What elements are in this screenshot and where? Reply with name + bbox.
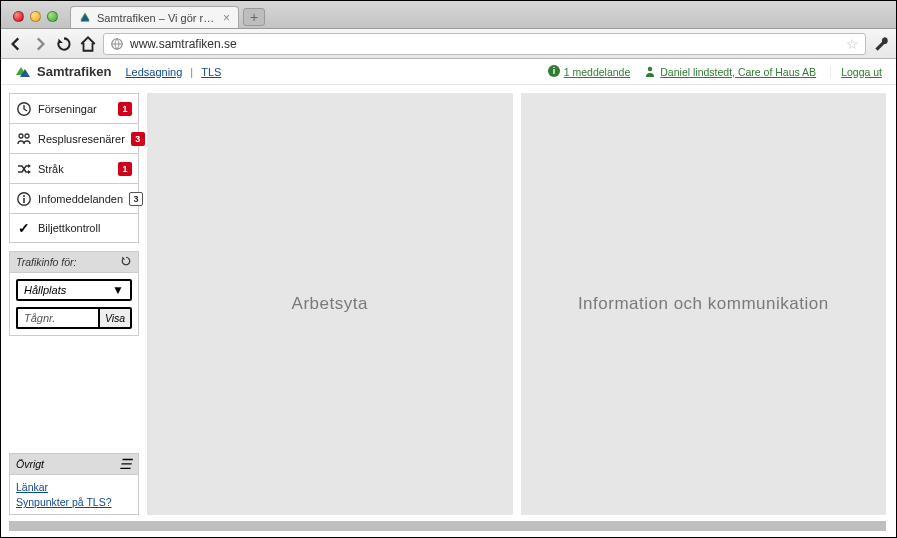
stop-select-placeholder: Hållplats [24, 284, 66, 296]
shuffle-icon [16, 161, 32, 177]
check-icon: ✓ [16, 220, 32, 236]
nav-link-ledsagning[interactable]: Ledsagning [125, 66, 182, 78]
brand-text: Samtrafiken [37, 64, 111, 79]
browser-toolbar: ☆ [1, 29, 896, 59]
svg-point-5 [19, 134, 23, 138]
settings-wrench-icon[interactable] [872, 35, 890, 53]
info-panel: Information och kommunikation [521, 93, 887, 515]
url-input[interactable] [130, 37, 840, 51]
window-controls [9, 11, 66, 28]
sidebar-item-label: Stråk [38, 163, 112, 175]
sidebar-item-label: Biljettkontroll [38, 222, 132, 234]
filter-heading: Trafikinfo för: [9, 251, 139, 273]
other-heading-label: Övrigt [16, 458, 44, 470]
globe-icon [110, 37, 124, 51]
browser-tab[interactable]: Samtrafiken – Vi gör resand × [70, 6, 239, 28]
svg-text:i: i [552, 66, 555, 76]
footer-bar [9, 521, 886, 531]
badge-count: 3 [131, 132, 145, 146]
user-icon [644, 65, 656, 79]
nav-link-tls[interactable]: TLS [201, 66, 221, 78]
workspace-panel: Arbetsyta [147, 93, 513, 515]
window-zoom-icon[interactable] [47, 11, 58, 22]
menu-icon[interactable]: ☰ [119, 457, 132, 471]
info-circle-icon [16, 191, 32, 207]
browser-tabstrip: Samtrafiken – Vi gör resand × + [1, 1, 896, 29]
user-indicator[interactable]: Daniel lindstedt, Care of Haus AB [644, 65, 816, 79]
info-panel-label: Information och kommunikation [578, 294, 829, 314]
badge-count: 1 [118, 102, 132, 116]
sidebar-item-strak[interactable]: Stråk 1 [9, 153, 139, 183]
filter-box: Hållplats ▼ Tågnr. Visa [9, 273, 139, 336]
link-synpunkter[interactable]: Synpunkter på TLS? [16, 496, 132, 508]
home-button[interactable] [79, 35, 97, 53]
stop-select[interactable]: Hållplats ▼ [16, 279, 132, 301]
sidebar-item-biljett[interactable]: ✓ Biljettkontroll [9, 213, 139, 243]
forward-button[interactable] [31, 35, 49, 53]
brand-icon [15, 64, 31, 80]
sidebar-item-label: Infomeddelanden [38, 193, 123, 205]
sidebar-item-label: Förseningar [38, 103, 112, 115]
back-button[interactable] [7, 35, 25, 53]
svg-rect-9 [23, 198, 25, 203]
refresh-icon[interactable] [120, 255, 132, 269]
messages-indicator[interactable]: i 1 meddelande [548, 65, 631, 79]
badge-count: 1 [118, 162, 132, 176]
svg-point-6 [25, 134, 29, 138]
window-close-icon[interactable] [13, 11, 24, 22]
other-heading: Övrigt ☰ [9, 453, 139, 475]
app-header: Samtrafiken Ledsagning | TLS i 1 meddela… [1, 59, 896, 85]
train-number-input[interactable]: Tågnr. [16, 307, 98, 329]
train-number-placeholder: Tågnr. [24, 312, 55, 324]
messages-link[interactable]: 1 meddelande [564, 66, 631, 78]
svg-point-8 [23, 195, 25, 197]
link-lankar[interactable]: Länkar [16, 481, 132, 493]
brand-logo[interactable]: Samtrafiken [15, 64, 111, 80]
close-tab-icon[interactable]: × [223, 12, 230, 24]
workspace-panel-label: Arbetsyta [292, 294, 368, 314]
reload-button[interactable] [55, 35, 73, 53]
new-tab-button[interactable]: + [243, 8, 265, 26]
show-button-label: Visa [105, 312, 125, 324]
badge-count: 3 [129, 192, 143, 206]
favicon-icon [79, 11, 91, 25]
user-link[interactable]: Daniel lindstedt, Care of Haus AB [660, 66, 816, 78]
sidebar-item-label: Resplusresenärer [38, 133, 125, 145]
sidebar: Förseningar 1 Resplusresenärer 3 Stråk 1 [9, 93, 139, 515]
svg-point-3 [648, 66, 652, 70]
sidebar-item-forseningar[interactable]: Förseningar 1 [9, 93, 139, 123]
clock-icon [16, 101, 32, 117]
sidebar-item-resplus[interactable]: Resplusresenärer 3 [9, 123, 139, 153]
people-icon [16, 131, 32, 147]
sidebar-item-info[interactable]: Infomeddelanden 3 [9, 183, 139, 213]
window-minimize-icon[interactable] [30, 11, 41, 22]
filter-heading-label: Trafikinfo för: [16, 256, 77, 268]
show-button[interactable]: Visa [98, 307, 132, 329]
address-bar[interactable]: ☆ [103, 33, 866, 55]
nav-separator: | [190, 66, 193, 78]
logout-link[interactable]: Logga ut [830, 66, 882, 78]
tab-title: Samtrafiken – Vi gör resand [97, 12, 217, 24]
info-icon: i [548, 65, 560, 79]
bookmark-icon[interactable]: ☆ [846, 36, 859, 52]
chevron-down-icon: ▼ [112, 283, 124, 297]
